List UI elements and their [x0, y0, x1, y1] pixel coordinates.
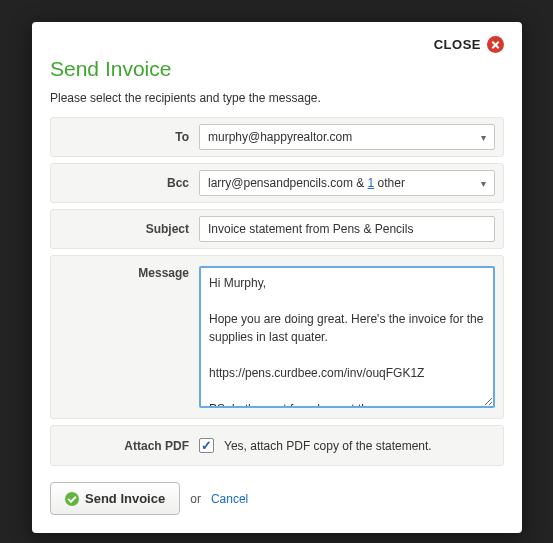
- action-row: Send Invoice or Cancel: [50, 482, 504, 515]
- modal-title: Send Invoice: [50, 57, 504, 81]
- close-icon: [487, 36, 504, 53]
- modal-subtitle: Please select the recipients and type th…: [50, 91, 504, 105]
- attach-row: Attach PDF ✓ Yes, attach PDF copy of the…: [50, 425, 504, 466]
- to-select[interactable]: murphy@happyrealtor.com ▾: [199, 124, 495, 150]
- bcc-label: Bcc: [59, 176, 189, 190]
- subject-input[interactable]: [199, 216, 495, 242]
- to-row: To murphy@happyrealtor.com ▾: [50, 117, 504, 157]
- to-value: murphy@happyrealtor.com: [208, 130, 352, 144]
- close-button[interactable]: CLOSE: [50, 36, 504, 53]
- message-label: Message: [59, 266, 189, 280]
- attach-text: Yes, attach PDF copy of the statement.: [224, 439, 432, 453]
- send-invoice-modal: CLOSE Send Invoice Please select the rec…: [32, 22, 522, 533]
- subject-label: Subject: [59, 222, 189, 236]
- bcc-value: larry@pensandpencils.com & 1 other: [208, 176, 405, 190]
- attach-checkbox[interactable]: ✓: [199, 438, 214, 453]
- bcc-row: Bcc larry@pensandpencils.com & 1 other ▾: [50, 163, 504, 203]
- bcc-select[interactable]: larry@pensandpencils.com & 1 other ▾: [199, 170, 495, 196]
- chevron-down-icon: ▾: [481, 132, 486, 143]
- or-text: or: [190, 492, 201, 506]
- subject-row: Subject: [50, 209, 504, 249]
- message-row: Message: [50, 255, 504, 419]
- cancel-link[interactable]: Cancel: [211, 492, 248, 506]
- attach-label: Attach PDF: [59, 439, 189, 453]
- to-label: To: [59, 130, 189, 144]
- send-invoice-button[interactable]: Send Invoice: [50, 482, 180, 515]
- send-label: Send Invoice: [85, 491, 165, 506]
- chevron-down-icon: ▾: [481, 178, 486, 189]
- message-textarea[interactable]: [199, 266, 495, 408]
- check-icon: [65, 492, 79, 506]
- close-label: CLOSE: [434, 37, 481, 52]
